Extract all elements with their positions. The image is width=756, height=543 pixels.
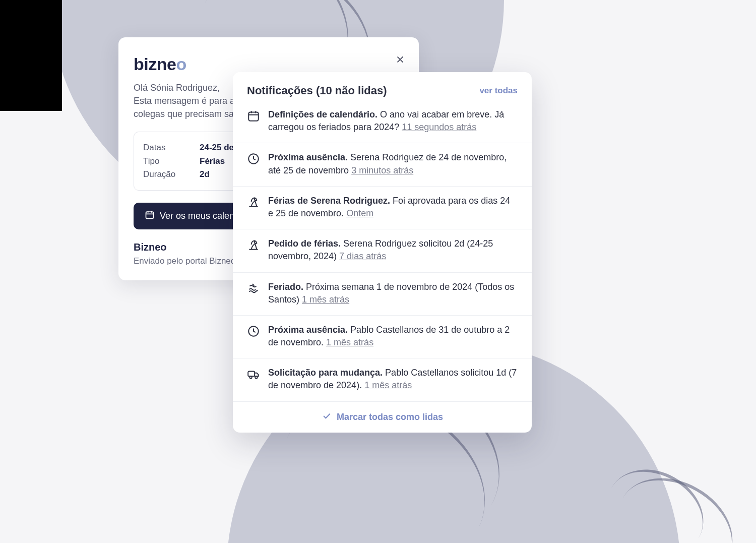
detail-label: Tipo: [143, 155, 200, 168]
notification-title: Pedido de férias.: [268, 238, 341, 249]
notification-title: Férias de Serena Rodriguez.: [268, 196, 390, 206]
wave-icon: [247, 282, 260, 295]
detail-label: Datas: [143, 141, 200, 154]
notifications-panel: Notificações (10 não lidas) ver todas De…: [233, 72, 532, 433]
notification-text: Definições de calendário. O ano vai acab…: [268, 108, 518, 134]
notification-text: Férias de Serena Rodriguez. Foi aprovada…: [268, 195, 518, 220]
mark-all-label: Marcar todas como lidas: [337, 412, 443, 423]
close-icon: [395, 54, 406, 67]
notifications-title: Notificações (10 não lidas): [247, 84, 387, 97]
notification-time: 1 mês atrás: [302, 294, 349, 305]
bg-black-strip: [0, 0, 62, 111]
brand-logo: bizneo: [134, 54, 404, 74]
notification-text: Próxima ausência. Serena Rodriguez de 24…: [268, 151, 518, 176]
notification-title: Definições de calendário.: [268, 109, 377, 119]
notification-time: 3 minutos atrás: [351, 165, 413, 175]
notification-item[interactable]: Pedido de férias. Serena Rodriguez solic…: [233, 229, 532, 272]
notification-text: Próxima ausência. Pablo Castellanos de 3…: [268, 324, 518, 349]
notification-title: Solicitação para mudança.: [268, 368, 383, 378]
notifications-list: Definições de calendário. O ano vai acab…: [233, 106, 532, 401]
notification-time: Ontem: [346, 208, 373, 218]
notification-item[interactable]: Próxima ausência. Pablo Castellanos de 3…: [233, 315, 532, 358]
notification-time: 11 segundos atrás: [402, 122, 476, 132]
see-all-link[interactable]: ver todas: [479, 86, 518, 96]
calendar-icon: [247, 109, 260, 123]
brand-part2: o: [176, 54, 186, 74]
mark-all-read-button[interactable]: Marcar todas como lidas: [322, 411, 443, 424]
notifications-header: Notificações (10 não lidas) ver todas: [233, 72, 532, 106]
beach-icon: [247, 196, 260, 209]
notification-time: 1 mês atrás: [364, 380, 412, 390]
notifications-footer: Marcar todas como lidas: [233, 401, 532, 433]
notification-title: Próxima ausência.: [268, 325, 348, 335]
check-icon: [322, 411, 332, 424]
notification-item[interactable]: Solicitação para mudança. Pablo Castella…: [233, 358, 532, 401]
truck-icon: [247, 368, 260, 381]
calendar-icon: [145, 210, 155, 222]
clock-icon: [247, 325, 260, 338]
clock-icon: [247, 152, 260, 165]
detail-label: Duração: [143, 168, 200, 181]
notification-title: Feriado.: [268, 282, 303, 292]
notification-item[interactable]: Feriado. Próxima semana 1 de novembro de…: [233, 272, 532, 315]
notification-time: 7 dias atrás: [339, 251, 386, 261]
detail-value: Férias: [200, 155, 225, 168]
detail-value: 2d: [200, 168, 210, 181]
notification-text: Feriado. Próxima semana 1 de novembro de…: [268, 281, 518, 306]
brand-part1: bizne: [134, 54, 176, 74]
notification-time: 1 mês atrás: [326, 337, 373, 347]
notification-item[interactable]: Próxima ausência. Serena Rodriguez de 24…: [233, 143, 532, 186]
beach-icon: [247, 238, 260, 252]
notification-item[interactable]: Férias de Serena Rodriguez. Foi aprovada…: [233, 186, 532, 229]
notification-title: Próxima ausência.: [268, 152, 348, 162]
notification-text: Pedido de férias. Serena Rodriguez solic…: [268, 237, 518, 263]
close-button[interactable]: [392, 52, 408, 69]
notification-item[interactable]: Definições de calendário. O ano vai acab…: [233, 106, 532, 143]
svg-rect-0: [146, 212, 154, 218]
notification-text: Solicitação para mudança. Pablo Castella…: [268, 367, 518, 392]
